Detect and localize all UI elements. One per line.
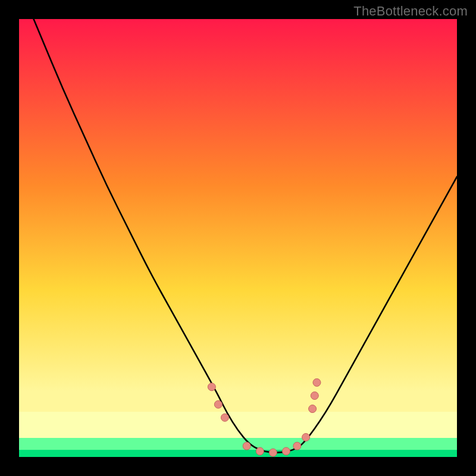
curve-marker (214, 400, 222, 408)
curve-marker (309, 405, 317, 413)
curve-marker (256, 447, 264, 455)
chart-svg (19, 19, 457, 457)
band-green-dark (19, 450, 457, 457)
curve-marker (293, 442, 301, 450)
curve-marker (243, 442, 250, 450)
gradient-background (19, 19, 457, 457)
bottom-bands (19, 412, 457, 457)
plot-area (19, 19, 457, 457)
curve-marker (302, 433, 310, 441)
curve-marker (269, 449, 277, 456)
curve-marker (282, 447, 290, 455)
band-pale-yellow-2 (19, 432, 457, 438)
curve-marker (208, 383, 215, 391)
curve-marker (221, 414, 228, 421)
curve-marker (311, 392, 318, 399)
curve-marker (313, 378, 321, 386)
band-green-light-2 (19, 444, 457, 450)
chart-frame: TheBottleneck.com (0, 0, 476, 476)
band-green-light (19, 438, 457, 444)
watermark-text: TheBottleneck.com (353, 4, 468, 19)
